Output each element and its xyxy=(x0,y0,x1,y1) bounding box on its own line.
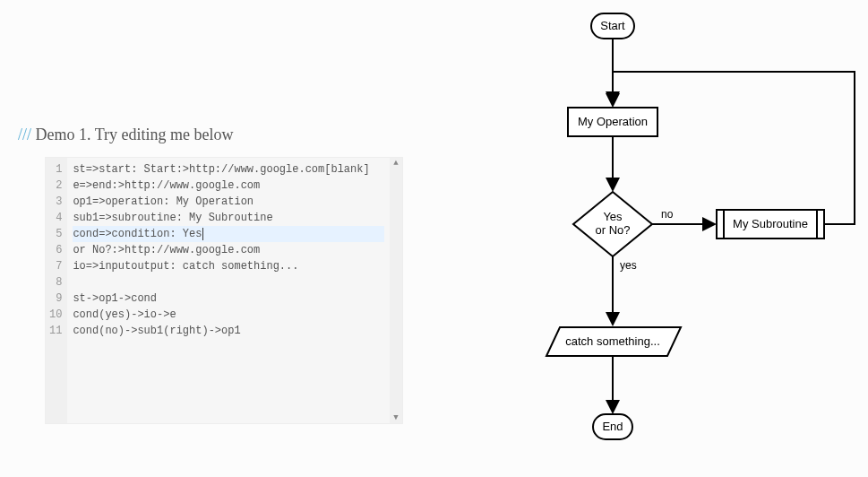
editor-scrollbar[interactable]: ▲ ▼ xyxy=(390,158,402,423)
text-cursor xyxy=(202,228,203,240)
line-number: 3 xyxy=(49,194,62,210)
no-label: no xyxy=(661,208,674,221)
svg-text:My Subroutine: My Subroutine xyxy=(733,217,808,230)
operation-node[interactable]: My Operation xyxy=(568,108,657,136)
code-line[interactable]: or No?:>http://www.google.com xyxy=(73,242,384,258)
start-node[interactable]: Start xyxy=(591,13,634,39)
line-number: 7 xyxy=(49,258,62,274)
svg-text:or No?: or No? xyxy=(595,223,630,237)
line-number: 6 xyxy=(49,242,62,258)
svg-text:catch something...: catch something... xyxy=(565,334,660,348)
code-area[interactable]: st=>start: Start:>http://www.google.com[… xyxy=(67,158,390,423)
code-line[interactable]: cond(yes)->io->e xyxy=(73,307,384,323)
svg-text:Yes: Yes xyxy=(603,210,623,223)
subroutine-node[interactable]: My Subroutine xyxy=(717,210,824,238)
svg-text:Start: Start xyxy=(600,19,625,32)
svg-text:My Operation: My Operation xyxy=(578,115,648,128)
line-number: 2 xyxy=(49,178,62,194)
flowchart-panel: Start My Operation Yes or No? yes no xyxy=(412,0,868,477)
svg-text:End: End xyxy=(602,420,623,433)
line-number: 8 xyxy=(49,274,62,291)
demo-title: /// Demo 1. Try editing me below xyxy=(18,126,234,144)
scroll-up-icon[interactable]: ▲ xyxy=(392,160,400,167)
code-line[interactable]: op1=>operation: My Operation xyxy=(73,194,384,210)
condition-node[interactable]: Yes or No? xyxy=(573,192,652,256)
code-line[interactable]: sub1=>subroutine: My Subroutine xyxy=(73,210,384,226)
code-line[interactable]: st=>start: Start:>http://www.google.com[… xyxy=(73,161,384,178)
flowchart-svg: Start My Operation Yes or No? yes no xyxy=(412,0,868,477)
edge-loop xyxy=(613,72,855,224)
end-node[interactable]: End xyxy=(593,414,632,439)
yes-label: yes xyxy=(620,259,637,272)
scroll-down-icon[interactable]: ▼ xyxy=(392,414,400,421)
code-line[interactable]: e=>end:>http://www.google.com xyxy=(73,178,384,194)
title-slashes: /// xyxy=(18,126,31,143)
code-line[interactable] xyxy=(73,274,384,291)
line-number: 1 xyxy=(49,161,62,178)
line-number: 4 xyxy=(49,210,62,226)
line-number-gutter: 1 2 3 4 5 6 7 8 9 10 11 xyxy=(46,158,67,423)
title-text: Demo 1. Try editing me below xyxy=(31,126,234,143)
code-editor[interactable]: 1 2 3 4 5 6 7 8 9 10 11 st=>start: Start… xyxy=(45,157,403,424)
code-line-active[interactable]: cond=>condition: Yes xyxy=(73,226,384,242)
line-number: 5 xyxy=(49,226,62,242)
code-line[interactable]: io=>inputoutput: catch something... xyxy=(73,258,384,274)
line-number: 11 xyxy=(49,323,62,339)
code-line[interactable]: st->op1->cond xyxy=(73,291,384,307)
io-node[interactable]: catch something... xyxy=(546,327,681,356)
code-line[interactable]: cond(no)->sub1(right)->op1 xyxy=(73,323,384,339)
line-number: 10 xyxy=(49,307,62,323)
line-number: 9 xyxy=(49,291,62,307)
editor-panel: /// Demo 1. Try editing me below 1 2 3 4… xyxy=(0,0,412,477)
